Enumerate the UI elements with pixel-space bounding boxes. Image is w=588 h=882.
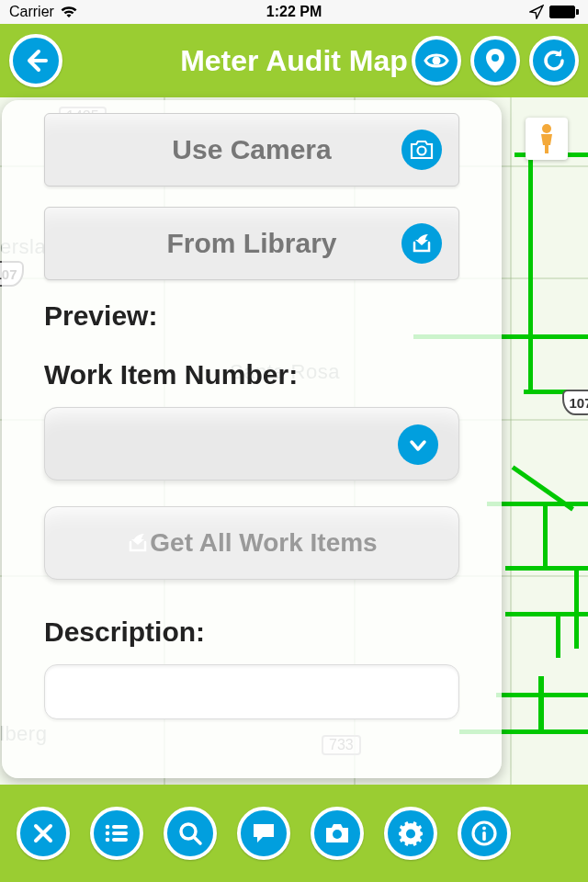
camera-icon xyxy=(401,130,442,170)
svg-point-11 xyxy=(333,830,342,839)
info-button[interactable] xyxy=(458,807,511,860)
gear-icon xyxy=(397,820,424,847)
search-icon xyxy=(177,820,203,846)
location-button[interactable] xyxy=(470,36,520,85)
location-services-icon xyxy=(529,5,544,19)
share-icon xyxy=(401,223,442,264)
description-label: Description: xyxy=(44,616,459,648)
carrier-label: Carrier xyxy=(9,4,54,20)
svg-point-6 xyxy=(106,831,110,836)
svg-point-1 xyxy=(492,54,499,62)
streetview-pegman[interactable] xyxy=(526,118,568,160)
action-panel: Use Camera From Library Preview: Work It… xyxy=(2,100,502,778)
battery-icon xyxy=(549,6,579,18)
svg-rect-9 xyxy=(112,838,128,842)
description-input[interactable] xyxy=(44,664,459,719)
refresh-icon xyxy=(540,47,568,74)
speech-bubble-icon xyxy=(251,821,277,845)
back-button[interactable] xyxy=(9,34,62,87)
from-library-label: From Library xyxy=(166,228,336,259)
use-camera-label: Use Camera xyxy=(172,134,331,165)
camera-toolbar-button[interactable] xyxy=(311,807,364,860)
chevron-down-icon xyxy=(398,424,438,465)
svg-point-12 xyxy=(406,830,415,839)
get-all-work-items-button[interactable]: Get All Work Items xyxy=(44,506,459,580)
export-icon xyxy=(126,531,150,555)
header-bar: Meter Audit Map xyxy=(0,24,588,97)
clock: 1:22 PM xyxy=(266,4,322,20)
close-button[interactable] xyxy=(17,807,70,860)
close-icon xyxy=(31,821,55,845)
wifi-icon xyxy=(60,6,78,18)
page-title: Meter Audit Map xyxy=(180,44,408,78)
svg-rect-7 xyxy=(112,831,128,835)
svg-point-3 xyxy=(418,147,426,155)
svg-point-2 xyxy=(542,124,551,133)
bottom-toolbar xyxy=(0,785,588,882)
get-all-label: Get All Work Items xyxy=(150,528,377,558)
svg-rect-15 xyxy=(482,831,486,841)
pegman-icon xyxy=(535,123,559,154)
from-library-button[interactable]: From Library xyxy=(44,207,459,280)
list-button[interactable] xyxy=(90,807,143,860)
refresh-button[interactable] xyxy=(529,36,579,85)
status-left: Carrier xyxy=(9,4,78,20)
svg-point-4 xyxy=(106,825,110,830)
search-button[interactable] xyxy=(164,807,217,860)
status-right xyxy=(529,5,579,19)
svg-point-14 xyxy=(482,827,486,831)
status-bar: Carrier 1:22 PM xyxy=(0,0,588,24)
camera-icon xyxy=(324,822,350,844)
arrow-left-icon xyxy=(22,47,50,74)
svg-point-8 xyxy=(106,838,110,842)
pin-icon xyxy=(483,47,507,74)
use-camera-button[interactable]: Use Camera xyxy=(44,113,459,187)
comment-button[interactable] xyxy=(237,807,290,860)
header-actions xyxy=(412,36,579,85)
svg-point-0 xyxy=(433,57,441,65)
list-icon xyxy=(104,823,130,843)
work-item-number-label: Work Item Number: xyxy=(44,359,459,390)
info-icon xyxy=(471,820,497,846)
settings-button[interactable] xyxy=(384,807,437,860)
eye-icon xyxy=(423,47,450,74)
route-shield-107-right: 107 xyxy=(562,390,588,415)
preview-label: Preview: xyxy=(44,300,459,332)
svg-rect-5 xyxy=(112,825,128,829)
work-item-dropdown[interactable] xyxy=(44,407,459,481)
visibility-button[interactable] xyxy=(412,36,461,85)
